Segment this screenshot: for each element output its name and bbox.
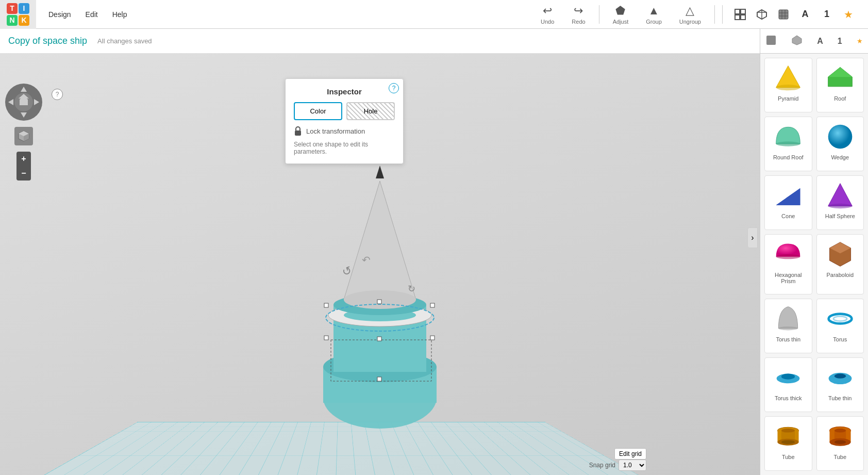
pyramid-icon [773,62,804,93]
nav-help[interactable]: Help [105,0,135,29]
box-view-button[interactable] [774,5,793,24]
cube-view-button[interactable] [753,5,771,24]
group-button[interactable]: ▲ Group [640,2,668,27]
undo-button[interactable]: ↩ Undo [535,2,560,27]
nav-edit[interactable]: Edit [78,0,105,29]
topbar: T I N K Design Edit Help ↩ Undo ↪ Redo ⬟… [0,0,868,29]
redo-icon: ↪ [574,4,583,18]
tinkercad-logo[interactable]: T I N K [0,0,36,29]
svg-rect-0 [735,9,740,14]
svg-rect-29 [377,337,381,341]
letter-view-button[interactable]: A [796,5,814,24]
cone-label: Half Sphere [825,213,855,219]
round-roof-icon [773,121,804,152]
wedge-label: Cone [781,213,795,219]
roof-label: Roof [834,95,846,102]
svg-point-58 [776,254,800,259]
svg-point-73 [781,440,795,444]
help-button[interactable]: ? [52,89,63,100]
roof-icon [825,62,856,93]
star-button[interactable]: ★ [839,5,858,24]
tube-icon [825,421,856,452]
snap-row: Snap grid 1.0 0.1 0.25 0.5 2.0 5.0 10.0 [589,460,646,471]
svg-point-52 [776,141,800,146]
shape-half-sphere[interactable]: Hexagonal Prism [764,234,812,295]
toolbar-actions: ↩ Undo ↪ Redo ⬟ Adjust ▲ Group △ Ungroup [535,2,868,27]
round-roof-label: Round Roof [773,154,804,160]
svg-point-57 [828,204,852,208]
inspector-hint: Select one shape to edit its parameters. [294,141,395,155]
tube-thin-label: Tube [782,454,795,460]
hex-prism-icon [825,239,856,270]
navigation-disk[interactable] [5,84,42,121]
number-view-button[interactable]: 1 [817,5,836,24]
svg-point-65 [781,374,795,380]
svg-point-61 [779,326,798,330]
svg-text:↻: ↻ [408,284,415,294]
adjust-button[interactable]: ⬟ Adjust [607,2,635,27]
lock-label: Lock transformation [306,127,365,135]
adjust-icon: ⬟ [615,4,625,18]
adjust-label: Adjust [613,19,629,25]
shapes-tab-text[interactable]: A [812,35,828,48]
shape-paraboloid[interactable]: Torus thin [764,299,812,353]
shape-torus[interactable]: Torus thick [764,357,812,412]
viewport[interactable]: ↺ ↻ ↶ [0,54,760,475]
grid-view-button[interactable] [731,5,749,24]
svg-rect-24 [377,300,381,304]
sphere-label: Wedge [831,154,849,160]
project-bar: Copy of space ship All changes saved [0,29,760,54]
shape-hex-prism[interactable]: Paraboloid [816,234,864,295]
ungroup-icon: △ [686,4,694,18]
view-cube-button[interactable] [14,127,33,145]
edit-grid-button[interactable]: Edit grid [614,448,646,460]
canvas-area[interactable]: Copy of space ship All changes saved [0,29,760,475]
shapes-tab-star[interactable]: ★ [852,35,868,47]
snap-grid-select[interactable]: 1.0 0.1 0.25 0.5 2.0 5.0 10.0 [619,460,646,471]
shape-tube[interactable]: Tube [816,416,864,471]
lock-row: Lock transformation [294,126,395,136]
shapes-tab-box[interactable] [760,32,782,50]
hole-tab[interactable]: Hole [346,102,395,120]
inspector-panel: ? Inspector Color Hole Lock transformati… [285,78,404,164]
shape-roof[interactable]: Roof [816,58,864,112]
logo-n: N [7,15,18,26]
undo-label: Undo [541,19,554,25]
color-tab[interactable]: Color [294,102,342,120]
ungroup-label: Ungroup [679,19,701,25]
zoom-out-button[interactable]: − [16,166,31,181]
torus-thick-icon [825,362,856,393]
pyramid-label: Pyramid [778,95,798,102]
shape-cone[interactable]: Half Sphere [816,175,864,230]
svg-point-62 [828,314,852,324]
shape-pyramid[interactable]: Pyramid [764,58,812,112]
svg-marker-19 [344,181,416,300]
tube-label: Tube [833,454,846,460]
svg-marker-55 [776,188,800,205]
svg-marker-56 [828,183,852,206]
shape-panel-header: A 1 ★ [760,29,868,54]
wedge-icon [773,180,804,211]
svg-point-53 [828,125,852,149]
shape-torus-thin[interactable]: Torus [816,299,864,353]
shapes-tab-num[interactable]: 1 [832,35,847,48]
panel-collapse-button[interactable]: › [747,227,758,248]
shapes-tab-symbol[interactable] [786,32,808,50]
svg-marker-48 [776,66,800,88]
svg-marker-47 [792,36,802,45]
group-icon: ▲ [648,4,660,18]
ungroup-button[interactable]: △ Ungroup [673,2,707,27]
nav-controls-group: + − [5,84,42,181]
shape-wedge[interactable]: Cone [764,175,812,230]
svg-point-49 [776,85,800,90]
shape-round-roof[interactable]: Round Roof [764,117,812,171]
shape-sphere[interactable]: Wedge [816,117,864,171]
redo-button[interactable]: ↪ Redo [565,2,591,27]
sphere-icon [825,121,856,152]
shape-tube-thin[interactable]: Tube [764,416,812,471]
zoom-in-button[interactable]: + [16,152,31,166]
shape-torus-thick[interactable]: Tube thin [816,357,864,412]
nav-design[interactable]: Design [41,0,78,29]
half-sphere-label: Hexagonal Prism [767,272,810,284]
inspector-help-icon[interactable]: ? [389,83,399,93]
